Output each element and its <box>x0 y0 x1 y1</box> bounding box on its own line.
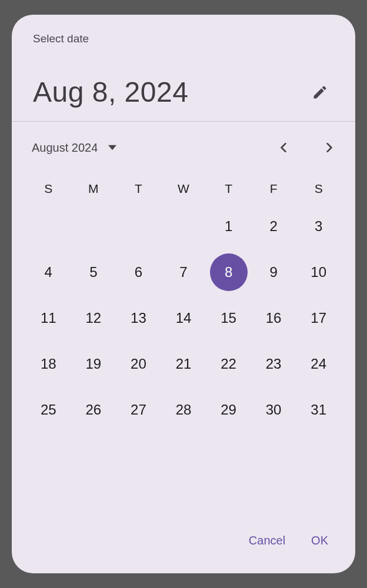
day-cell: 29 <box>206 391 251 429</box>
day-cell: 7 <box>161 253 206 291</box>
ok-button[interactable]: OK <box>311 534 328 547</box>
weekday-header-row: S M T W T F S <box>26 173 341 208</box>
day-button[interactable]: 25 <box>29 391 67 429</box>
day-cell: 12 <box>71 299 116 337</box>
weekday-label: F <box>251 182 296 196</box>
month-navigation-row: August 2024 <box>12 122 355 173</box>
day-cell: 28 <box>161 391 206 429</box>
day-button[interactable]: 2 <box>255 208 292 245</box>
day-button[interactable]: 31 <box>300 391 338 429</box>
previous-month-button[interactable] <box>268 132 299 163</box>
day-cell: 22 <box>206 345 251 383</box>
day-button[interactable]: 18 <box>29 345 67 383</box>
day-cell: 8 <box>206 253 251 291</box>
day-cell: 3 <box>296 208 341 245</box>
empty-day-cell <box>71 208 116 245</box>
day-button[interactable]: 30 <box>255 391 292 429</box>
date-picker-dialog: Select date Aug 8, 2024 August 2024 <box>12 15 355 573</box>
month-year-dropdown[interactable]: August 2024 <box>32 141 116 155</box>
day-button[interactable]: 14 <box>165 299 202 337</box>
day-button[interactable]: 13 <box>119 299 157 337</box>
month-year-label: August 2024 <box>32 141 98 155</box>
day-cell: 5 <box>71 253 116 291</box>
selected-date-text: Aug 8, 2024 <box>33 76 188 108</box>
day-button[interactable]: 27 <box>119 391 157 429</box>
day-cell: 30 <box>251 391 296 429</box>
day-button[interactable]: 8 <box>210 253 248 291</box>
day-cell: 1 <box>206 208 251 245</box>
day-button[interactable]: 16 <box>255 299 292 337</box>
day-button[interactable]: 28 <box>165 391 202 429</box>
selected-date-row: Aug 8, 2024 <box>33 76 334 108</box>
day-cell: 20 <box>116 345 161 383</box>
day-cell: 16 <box>251 299 296 337</box>
day-cell: 4 <box>26 253 71 291</box>
day-button[interactable]: 1 <box>210 208 248 245</box>
edit-date-button[interactable] <box>306 78 334 106</box>
day-button[interactable]: 21 <box>165 345 202 383</box>
empty-day-cell <box>26 208 71 245</box>
weekday-label: S <box>296 182 341 196</box>
day-cell: 6 <box>116 253 161 291</box>
day-cell: 24 <box>296 345 341 383</box>
day-button[interactable]: 6 <box>119 253 157 291</box>
day-button[interactable]: 11 <box>29 299 67 337</box>
day-button[interactable]: 29 <box>210 391 248 429</box>
day-cell: 21 <box>161 345 206 383</box>
chevron-right-icon <box>325 143 334 152</box>
day-cell: 11 <box>26 299 71 337</box>
weekday-label: W <box>161 182 206 196</box>
day-button[interactable]: 20 <box>119 345 157 383</box>
weekday-label: T <box>206 182 251 196</box>
day-cell: 27 <box>116 391 161 429</box>
day-button[interactable]: 24 <box>300 345 338 383</box>
cancel-button[interactable]: Cancel <box>249 534 285 547</box>
next-month-button[interactable] <box>314 132 345 163</box>
day-button[interactable]: 10 <box>300 253 338 291</box>
empty-day-cell <box>116 208 161 245</box>
day-button[interactable]: 23 <box>255 345 292 383</box>
pencil-icon <box>312 84 328 101</box>
day-button[interactable]: 15 <box>210 299 248 337</box>
weekday-label: S <box>26 182 71 196</box>
day-button[interactable]: 5 <box>75 253 112 291</box>
day-cell: 15 <box>206 299 251 337</box>
day-button[interactable]: 19 <box>75 345 112 383</box>
day-cell: 18 <box>26 345 71 383</box>
day-cell: 25 <box>26 391 71 429</box>
day-cell: 9 <box>251 253 296 291</box>
dialog-actions: Cancel OK <box>12 534 355 573</box>
day-button[interactable]: 9 <box>255 253 292 291</box>
day-button[interactable]: 26 <box>75 391 112 429</box>
day-cell: 23 <box>251 345 296 383</box>
day-cell: 2 <box>251 208 296 245</box>
day-cell: 19 <box>71 345 116 383</box>
day-button[interactable]: 22 <box>210 345 248 383</box>
chevron-left-icon <box>279 143 288 152</box>
day-button[interactable]: 12 <box>75 299 112 337</box>
chevron-down-icon <box>108 143 116 152</box>
dialog-header: Select date Aug 8, 2024 <box>12 15 355 122</box>
empty-day-cell <box>161 208 206 245</box>
calendar-grid: S M T W T F S 12345678910111213141516171… <box>12 173 355 429</box>
day-button[interactable]: 4 <box>29 253 67 291</box>
day-button[interactable]: 17 <box>300 299 338 337</box>
day-button[interactable]: 3 <box>300 208 338 245</box>
day-button[interactable]: 7 <box>165 253 202 291</box>
weekday-label: M <box>71 182 116 196</box>
day-cell: 13 <box>116 299 161 337</box>
select-date-label: Select date <box>33 32 334 45</box>
day-cell: 17 <box>296 299 341 337</box>
day-cell: 26 <box>71 391 116 429</box>
day-cell: 10 <box>296 253 341 291</box>
weekday-label: T <box>116 182 161 196</box>
day-cell: 14 <box>161 299 206 337</box>
day-cell: 31 <box>296 391 341 429</box>
days-grid: 1234567891011121314151617181920212223242… <box>26 208 341 429</box>
